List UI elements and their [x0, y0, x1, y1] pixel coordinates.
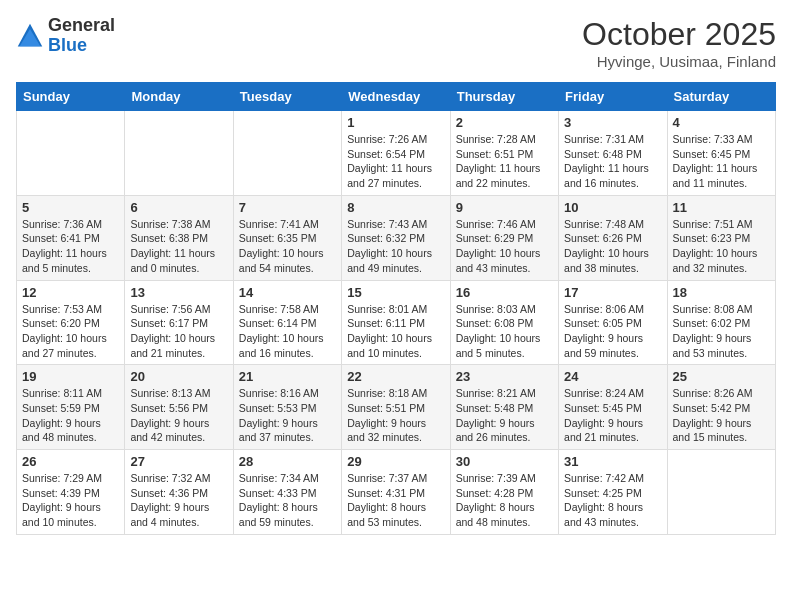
day-info: Sunrise: 8:18 AM Sunset: 5:51 PM Dayligh… [347, 386, 444, 445]
calendar-cell: 23Sunrise: 8:21 AM Sunset: 5:48 PM Dayli… [450, 365, 558, 450]
day-number: 28 [239, 454, 336, 469]
day-info: Sunrise: 7:58 AM Sunset: 6:14 PM Dayligh… [239, 302, 336, 361]
day-info: Sunrise: 8:01 AM Sunset: 6:11 PM Dayligh… [347, 302, 444, 361]
calendar-cell: 5Sunrise: 7:36 AM Sunset: 6:41 PM Daylig… [17, 195, 125, 280]
logo-general-text: General [48, 16, 115, 36]
day-info: Sunrise: 7:28 AM Sunset: 6:51 PM Dayligh… [456, 132, 553, 191]
calendar-table: SundayMondayTuesdayWednesdayThursdayFrid… [16, 82, 776, 535]
day-info: Sunrise: 8:26 AM Sunset: 5:42 PM Dayligh… [673, 386, 770, 445]
day-number: 16 [456, 285, 553, 300]
day-info: Sunrise: 7:42 AM Sunset: 4:25 PM Dayligh… [564, 471, 661, 530]
day-info: Sunrise: 7:31 AM Sunset: 6:48 PM Dayligh… [564, 132, 661, 191]
col-header-monday: Monday [125, 83, 233, 111]
calendar-cell: 24Sunrise: 8:24 AM Sunset: 5:45 PM Dayli… [559, 365, 667, 450]
calendar-cell: 2Sunrise: 7:28 AM Sunset: 6:51 PM Daylig… [450, 111, 558, 196]
day-number: 30 [456, 454, 553, 469]
day-number: 8 [347, 200, 444, 215]
day-info: Sunrise: 8:06 AM Sunset: 6:05 PM Dayligh… [564, 302, 661, 361]
day-info: Sunrise: 8:16 AM Sunset: 5:53 PM Dayligh… [239, 386, 336, 445]
day-number: 19 [22, 369, 119, 384]
calendar-cell: 17Sunrise: 8:06 AM Sunset: 6:05 PM Dayli… [559, 280, 667, 365]
day-number: 17 [564, 285, 661, 300]
day-info: Sunrise: 7:43 AM Sunset: 6:32 PM Dayligh… [347, 217, 444, 276]
calendar-cell: 22Sunrise: 8:18 AM Sunset: 5:51 PM Dayli… [342, 365, 450, 450]
calendar-cell: 28Sunrise: 7:34 AM Sunset: 4:33 PM Dayli… [233, 450, 341, 535]
day-info: Sunrise: 8:21 AM Sunset: 5:48 PM Dayligh… [456, 386, 553, 445]
day-info: Sunrise: 7:51 AM Sunset: 6:23 PM Dayligh… [673, 217, 770, 276]
col-header-tuesday: Tuesday [233, 83, 341, 111]
day-info: Sunrise: 7:33 AM Sunset: 6:45 PM Dayligh… [673, 132, 770, 191]
col-header-friday: Friday [559, 83, 667, 111]
day-number: 21 [239, 369, 336, 384]
calendar-cell: 4Sunrise: 7:33 AM Sunset: 6:45 PM Daylig… [667, 111, 775, 196]
logo: General Blue [16, 16, 115, 56]
col-header-sunday: Sunday [17, 83, 125, 111]
day-number: 2 [456, 115, 553, 130]
day-info: Sunrise: 7:48 AM Sunset: 6:26 PM Dayligh… [564, 217, 661, 276]
calendar-cell: 14Sunrise: 7:58 AM Sunset: 6:14 PM Dayli… [233, 280, 341, 365]
calendar-cell: 12Sunrise: 7:53 AM Sunset: 6:20 PM Dayli… [17, 280, 125, 365]
calendar-cell [125, 111, 233, 196]
calendar-cell: 31Sunrise: 7:42 AM Sunset: 4:25 PM Dayli… [559, 450, 667, 535]
calendar-cell: 29Sunrise: 7:37 AM Sunset: 4:31 PM Dayli… [342, 450, 450, 535]
day-number: 14 [239, 285, 336, 300]
calendar-week-row: 12Sunrise: 7:53 AM Sunset: 6:20 PM Dayli… [17, 280, 776, 365]
day-number: 31 [564, 454, 661, 469]
day-info: Sunrise: 8:13 AM Sunset: 5:56 PM Dayligh… [130, 386, 227, 445]
day-info: Sunrise: 7:32 AM Sunset: 4:36 PM Dayligh… [130, 471, 227, 530]
col-header-thursday: Thursday [450, 83, 558, 111]
title-area: October 2025 Hyvinge, Uusimaa, Finland [582, 16, 776, 70]
calendar-title: October 2025 [582, 16, 776, 53]
calendar-cell: 1Sunrise: 7:26 AM Sunset: 6:54 PM Daylig… [342, 111, 450, 196]
calendar-cell: 21Sunrise: 8:16 AM Sunset: 5:53 PM Dayli… [233, 365, 341, 450]
day-info: Sunrise: 8:24 AM Sunset: 5:45 PM Dayligh… [564, 386, 661, 445]
calendar-cell: 27Sunrise: 7:32 AM Sunset: 4:36 PM Dayli… [125, 450, 233, 535]
day-info: Sunrise: 7:41 AM Sunset: 6:35 PM Dayligh… [239, 217, 336, 276]
day-number: 25 [673, 369, 770, 384]
day-number: 5 [22, 200, 119, 215]
day-number: 24 [564, 369, 661, 384]
calendar-cell [17, 111, 125, 196]
day-number: 3 [564, 115, 661, 130]
logo-icon [16, 22, 44, 50]
day-number: 20 [130, 369, 227, 384]
calendar-cell: 16Sunrise: 8:03 AM Sunset: 6:08 PM Dayli… [450, 280, 558, 365]
logo-blue-text: Blue [48, 36, 115, 56]
calendar-cell: 18Sunrise: 8:08 AM Sunset: 6:02 PM Dayli… [667, 280, 775, 365]
col-header-saturday: Saturday [667, 83, 775, 111]
day-number: 13 [130, 285, 227, 300]
calendar-cell: 15Sunrise: 8:01 AM Sunset: 6:11 PM Dayli… [342, 280, 450, 365]
day-number: 29 [347, 454, 444, 469]
day-number: 4 [673, 115, 770, 130]
day-number: 6 [130, 200, 227, 215]
day-number: 26 [22, 454, 119, 469]
calendar-subtitle: Hyvinge, Uusimaa, Finland [582, 53, 776, 70]
day-number: 12 [22, 285, 119, 300]
day-number: 11 [673, 200, 770, 215]
day-number: 9 [456, 200, 553, 215]
calendar-cell: 20Sunrise: 8:13 AM Sunset: 5:56 PM Dayli… [125, 365, 233, 450]
calendar-cell: 9Sunrise: 7:46 AM Sunset: 6:29 PM Daylig… [450, 195, 558, 280]
day-info: Sunrise: 7:36 AM Sunset: 6:41 PM Dayligh… [22, 217, 119, 276]
day-info: Sunrise: 8:03 AM Sunset: 6:08 PM Dayligh… [456, 302, 553, 361]
day-number: 23 [456, 369, 553, 384]
calendar-cell: 6Sunrise: 7:38 AM Sunset: 6:38 PM Daylig… [125, 195, 233, 280]
calendar-header-row: SundayMondayTuesdayWednesdayThursdayFrid… [17, 83, 776, 111]
day-info: Sunrise: 7:53 AM Sunset: 6:20 PM Dayligh… [22, 302, 119, 361]
calendar-cell: 26Sunrise: 7:29 AM Sunset: 4:39 PM Dayli… [17, 450, 125, 535]
day-number: 10 [564, 200, 661, 215]
day-info: Sunrise: 7:38 AM Sunset: 6:38 PM Dayligh… [130, 217, 227, 276]
calendar-cell: 25Sunrise: 8:26 AM Sunset: 5:42 PM Dayli… [667, 365, 775, 450]
day-info: Sunrise: 7:37 AM Sunset: 4:31 PM Dayligh… [347, 471, 444, 530]
day-number: 27 [130, 454, 227, 469]
day-info: Sunrise: 7:46 AM Sunset: 6:29 PM Dayligh… [456, 217, 553, 276]
calendar-cell: 30Sunrise: 7:39 AM Sunset: 4:28 PM Dayli… [450, 450, 558, 535]
day-number: 15 [347, 285, 444, 300]
calendar-week-row: 19Sunrise: 8:11 AM Sunset: 5:59 PM Dayli… [17, 365, 776, 450]
day-info: Sunrise: 8:11 AM Sunset: 5:59 PM Dayligh… [22, 386, 119, 445]
calendar-cell: 11Sunrise: 7:51 AM Sunset: 6:23 PM Dayli… [667, 195, 775, 280]
calendar-cell [233, 111, 341, 196]
day-info: Sunrise: 7:26 AM Sunset: 6:54 PM Dayligh… [347, 132, 444, 191]
calendar-cell: 19Sunrise: 8:11 AM Sunset: 5:59 PM Dayli… [17, 365, 125, 450]
day-info: Sunrise: 7:39 AM Sunset: 4:28 PM Dayligh… [456, 471, 553, 530]
